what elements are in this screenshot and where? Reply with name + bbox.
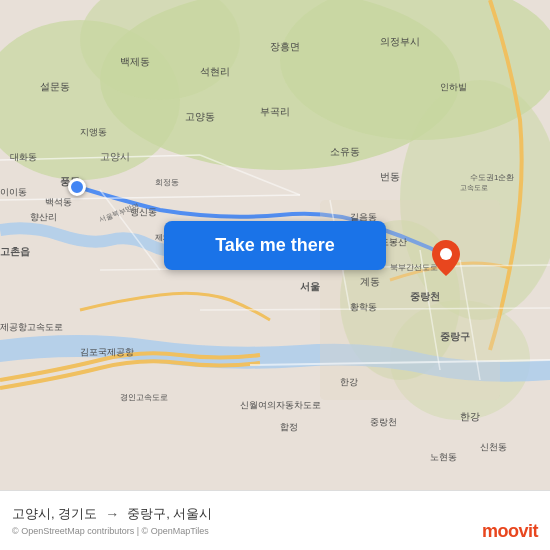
svg-text:경인고속도로: 경인고속도로 xyxy=(120,393,168,402)
svg-text:고속도로: 고속도로 xyxy=(460,184,488,192)
svg-text:소유동: 소유동 xyxy=(330,146,360,157)
svg-text:부곡리: 부곡리 xyxy=(260,106,290,117)
svg-text:회정동: 회정동 xyxy=(155,178,179,187)
bottom-bar: 고양시, 경기도 → 중랑구, 서울시 © OpenStreetMap cont… xyxy=(0,490,550,550)
svg-text:노현동: 노현동 xyxy=(430,452,457,462)
svg-text:고양동: 고양동 xyxy=(185,111,215,122)
svg-text:백석동: 백석동 xyxy=(45,197,72,207)
moovit-logo: moovit xyxy=(482,521,538,542)
svg-text:황학동: 황학동 xyxy=(350,302,377,312)
svg-text:석현리: 석현리 xyxy=(200,66,230,77)
route-arrow-icon: → xyxy=(105,506,119,522)
svg-text:이이동: 이이동 xyxy=(0,187,27,197)
svg-text:장흥면: 장흥면 xyxy=(270,41,300,52)
svg-text:대화동: 대화동 xyxy=(10,152,37,162)
origin-marker xyxy=(68,178,86,196)
origin-label: 고양시, 경기도 xyxy=(12,505,97,523)
svg-text:지앵동: 지앵동 xyxy=(80,127,107,137)
svg-text:고양시: 고양시 xyxy=(100,151,130,162)
svg-text:설문동: 설문동 xyxy=(40,81,70,92)
route-info: 고양시, 경기도 → 중랑구, 서울시 xyxy=(12,505,538,523)
take-me-there-button[interactable]: Take me there xyxy=(164,221,386,270)
svg-text:북부간선도로: 북부간선도로 xyxy=(390,263,438,272)
map-view: 장흥면 의정부시 인하빌 석현리 백제동 설문동 지앵동 고양동 부곡리 대화동… xyxy=(0,0,550,490)
svg-text:계동: 계동 xyxy=(360,276,380,287)
svg-text:인하빌: 인하빌 xyxy=(440,82,467,92)
map-attribution: © OpenStreetMap contributors | © OpenMap… xyxy=(12,526,538,536)
svg-text:신천동: 신천동 xyxy=(480,442,507,452)
svg-text:향산리: 향산리 xyxy=(30,212,57,222)
svg-text:한강: 한강 xyxy=(340,377,358,387)
svg-text:중랑구: 중랑구 xyxy=(440,331,470,342)
svg-text:번동: 번동 xyxy=(380,171,400,182)
svg-text:한강: 한강 xyxy=(460,411,480,422)
svg-text:백제동: 백제동 xyxy=(120,56,150,67)
svg-text:중랑천: 중랑천 xyxy=(370,417,397,427)
svg-text:합정: 합정 xyxy=(280,422,298,432)
svg-text:수도권1순환: 수도권1순환 xyxy=(470,173,514,182)
svg-text:김포국제공항: 김포국제공항 xyxy=(80,347,134,357)
svg-text:중랑천: 중랑천 xyxy=(410,291,440,302)
svg-point-61 xyxy=(440,248,452,260)
destination-label: 중랑구, 서울시 xyxy=(127,505,212,523)
svg-text:의정부시: 의정부시 xyxy=(380,36,420,47)
svg-text:신월여의자동차도로: 신월여의자동차도로 xyxy=(240,400,321,410)
svg-text:고촌읍: 고촌읍 xyxy=(0,246,30,257)
svg-text:서울: 서울 xyxy=(300,281,320,292)
svg-text:제공항고속도로: 제공항고속도로 xyxy=(0,322,63,332)
destination-marker xyxy=(432,240,460,280)
